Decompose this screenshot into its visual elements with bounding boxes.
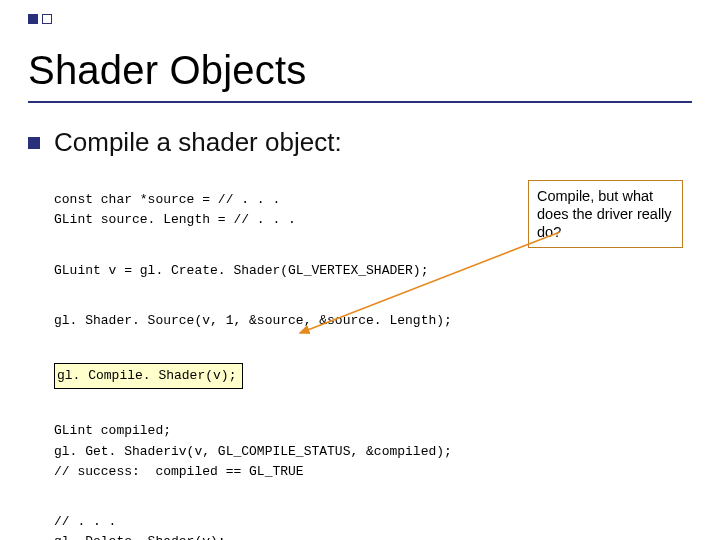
corner-decoration: [28, 14, 52, 24]
code-block: const char *source = // . . . GLint sour…: [54, 170, 452, 540]
code-line: GLint compiled;: [54, 423, 171, 438]
deco-square-filled: [28, 14, 38, 24]
slide-content: Shader Objects Compile a shader object: …: [28, 48, 692, 540]
code-line: const char *source = // . . .: [54, 192, 280, 207]
title-rule: [28, 101, 692, 103]
code-line: // success: compiled == GL_TRUE: [54, 464, 304, 479]
deco-square-outline: [42, 14, 52, 24]
bullet-heading: Compile a shader object:: [54, 127, 452, 158]
bullet-content: Compile a shader object: const char *sou…: [54, 127, 452, 540]
highlighted-code-line: gl. Compile. Shader(v);: [54, 363, 243, 389]
code-line: GLuint v = gl. Create. Shader(GL_VERTEX_…: [54, 263, 428, 278]
code-line: gl. Get. Shaderiv(v, GL_COMPILE_STATUS, …: [54, 444, 452, 459]
code-line: gl. Shader. Source(v, 1, &source, &sourc…: [54, 313, 452, 328]
code-line: GLint source. Length = // . . .: [54, 212, 296, 227]
slide-title: Shader Objects: [28, 48, 692, 93]
code-line: gl. Delete. Shader(v);: [54, 534, 226, 540]
code-line: // . . .: [54, 514, 116, 529]
bullet-square-icon: [28, 137, 40, 149]
callout-note: Compile, but what does the driver really…: [528, 180, 683, 248]
